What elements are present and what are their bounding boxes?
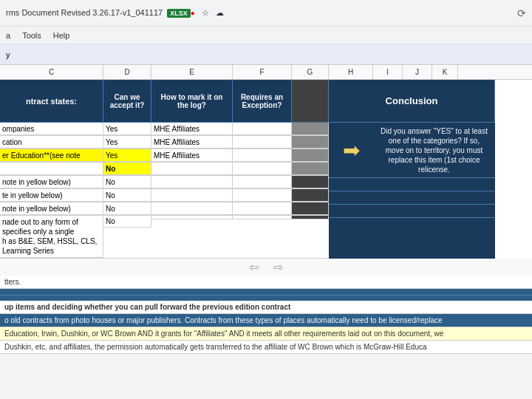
cell-d4: No (103, 163, 151, 175)
browser-title: rms Document Revised 3.26.17-v1_041117 X… (6, 8, 511, 18)
cell-c7: note in yellow below) (0, 202, 103, 215)
scroll-left-icon[interactable]: ⇦ (249, 260, 259, 274)
cell-c6: te in yellow below) (0, 189, 103, 202)
conclusion-text: Did you answer "YES" to at least one of … (373, 123, 495, 177)
table-row: ompanies Yes MHE Affiliates (0, 123, 329, 136)
cell-g1 (292, 123, 329, 135)
cell-e3: MHE Affiliates (151, 149, 233, 162)
bottom-bar-yellow: Education, Irwin, Dushkin, or WC Brown A… (0, 327, 532, 341)
cell-f1 (233, 123, 292, 135)
history-icon[interactable]: ⟳ (517, 7, 526, 19)
right-arrow-area: ➡ (329, 123, 373, 177)
cell-f2 (233, 136, 292, 149)
bottom-bar-1: tters. (0, 276, 532, 289)
col-header-e: E (151, 65, 233, 79)
cell-c1: ompanies (0, 123, 103, 135)
menu-bar: a Tools Help (0, 27, 532, 44)
cell-e8 (151, 216, 233, 219)
header-can-we-accept: Can we accept it? (103, 80, 151, 123)
table-row: er Education**(see note Yes MHE Affiliat… (0, 149, 329, 163)
cell-d1: Yes (103, 123, 151, 135)
cell-c4 (0, 163, 103, 175)
table-row: note in yellow below) No (0, 202, 329, 216)
cell-d8: No (103, 216, 151, 228)
scroll-arrows-area: ⇦ ⇨ (0, 259, 532, 276)
spreadsheet: ntract states: Can we accept it? How to … (0, 80, 532, 259)
toolbar: y (0, 44, 532, 65)
cell-g3 (292, 149, 329, 162)
bottom-text-bold: up items and deciding whether you can pu… (4, 303, 290, 311)
cell-c8: nade out to any form of specifies only a… (0, 216, 103, 258)
cell-g7 (292, 202, 329, 215)
cell-g8 (292, 216, 329, 219)
bottom-bar-2 (0, 289, 532, 295)
col-header-d: D (103, 65, 151, 79)
cell-f4 (233, 163, 292, 175)
menu-help[interactable]: Help (53, 31, 70, 40)
col-header-f: F (233, 65, 292, 79)
cell-g2 (292, 136, 329, 149)
col-header-g: G (292, 65, 329, 79)
table-row: cation Yes MHE Affiliates (0, 136, 329, 149)
xlsx-badge: XLSX (167, 9, 191, 18)
cell-d7: No (103, 202, 151, 215)
table-row: note in yellow below) No (0, 176, 329, 189)
cell-f7 (233, 202, 292, 215)
col-header-i: I (373, 65, 403, 79)
title-text: rms Document Revised 3.26.17-v1_041117 (6, 8, 163, 17)
cell-d2: Yes (103, 136, 151, 149)
cell-f8 (233, 216, 292, 219)
bottom-bar-3 (0, 295, 532, 301)
toolbar-text: y (6, 50, 10, 59)
cell-e7 (151, 202, 233, 215)
cell-e5 (151, 176, 233, 188)
cell-f3 (233, 149, 292, 162)
col-header-c: C (0, 65, 103, 79)
header-conclusion: Conclusion (329, 80, 495, 123)
cell-d6: No (103, 189, 151, 202)
header-g-empty (292, 80, 329, 123)
cell-c3: er Education**(see note (0, 149, 103, 162)
col-header-k: K (432, 65, 458, 79)
browser-bar: rms Document Revised 3.26.17-v1_041117 X… (0, 0, 532, 27)
cell-g5 (292, 176, 329, 188)
bottom-text-white-bottom: Dushkin, etc. and affiliates, the permis… (4, 343, 427, 351)
empty-row-4 (329, 217, 495, 259)
bottom-bar-bold: up items and deciding whether you can pu… (0, 301, 532, 314)
cell-e2: MHE Affiliates (151, 136, 233, 149)
bottom-text-blue-long: o old contracts from photo houses or maj… (4, 316, 443, 324)
empty-row-2 (329, 191, 495, 204)
cell-e6 (151, 189, 233, 202)
cell-d3: Yes (103, 149, 151, 162)
cell-e4 (151, 163, 233, 175)
empty-row-3 (329, 204, 495, 217)
cell-c5: note in yellow below) (0, 176, 103, 188)
cell-c2: cation (0, 136, 103, 149)
scroll-right-icon[interactable]: ⇨ (273, 260, 283, 274)
menu-data[interactable]: a (6, 31, 10, 40)
col-header-h: H (329, 65, 373, 79)
bottom-bar-white-bottom: Dushkin, etc. and affiliates, the permis… (0, 341, 532, 354)
bottom-text-1: tters. (4, 278, 21, 286)
browser-icons: ⟳ (517, 7, 526, 19)
table-row: te in yellow below) No (0, 189, 329, 202)
table-row: nade out to any form of specifies only a… (0, 216, 329, 259)
bottom-text-yellow: Education, Irwin, Dushkin, or WC Brown A… (4, 330, 443, 338)
table-row: No (0, 163, 329, 176)
header-contract-states: ntract states: (0, 80, 103, 123)
bottom-bar-blue-long: o old contracts from photo houses or maj… (0, 314, 532, 327)
col-header-j: J (403, 65, 432, 79)
header-requires-exception: Requires an Exception? (233, 80, 292, 123)
cell-f5 (233, 176, 292, 188)
header-how-to-mark: How to mark it on the log? (151, 80, 233, 123)
cell-f6 (233, 189, 292, 202)
cell-g4 (292, 163, 329, 175)
cell-g6 (292, 189, 329, 202)
menu-tools[interactable]: Tools (22, 31, 41, 40)
alert-dot: ● (191, 9, 195, 17)
empty-row-1 (329, 177, 495, 191)
cell-d5: No (103, 176, 151, 188)
column-headers: C D E F G H I J K (0, 65, 532, 80)
cell-e1: MHE Affiliates (151, 123, 233, 135)
